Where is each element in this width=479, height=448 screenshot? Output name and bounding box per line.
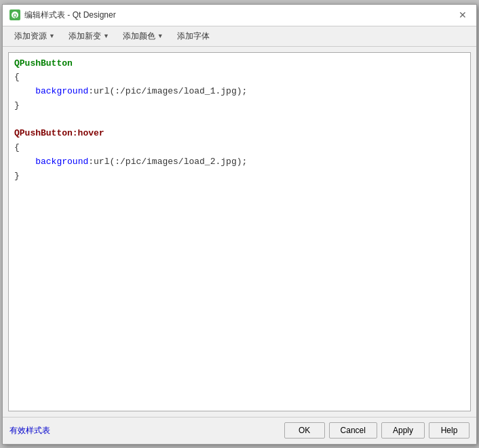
- add-color-button[interactable]: 添加颜色 ▼: [117, 28, 170, 45]
- title-bar: Q 编辑样式表 - Qt Designer ✕: [3, 5, 476, 26]
- add-gradient-arrow: ▼: [103, 33, 109, 39]
- line-8: background:url(:/pic/images/load_2.jpg);: [14, 155, 465, 169]
- add-font-button[interactable]: 添加字体: [171, 28, 216, 45]
- add-color-label: 添加颜色: [123, 30, 155, 42]
- add-resource-arrow: ▼: [49, 33, 55, 39]
- line-1: QPushButton: [14, 57, 465, 71]
- style-editor[interactable]: QPushButton { background:url(:/pic/image…: [8, 52, 471, 411]
- cancel-button[interactable]: Cancel: [329, 422, 377, 439]
- svg-text:Q: Q: [13, 12, 17, 18]
- bottom-bar: 有效样式表 OK Cancel Apply Help: [3, 417, 476, 444]
- close-button[interactable]: ✕: [456, 8, 470, 22]
- add-color-arrow: ▼: [157, 33, 164, 39]
- line-7: {: [14, 141, 465, 155]
- main-window: Q 编辑样式表 - Qt Designer ✕ 添加资源 ▼ 添加新变 ▼ 添加…: [2, 4, 477, 445]
- line-6: QPushButton:hover: [14, 127, 465, 141]
- toolbar: 添加资源 ▼ 添加新变 ▼ 添加颜色 ▼ 添加字体: [3, 26, 476, 47]
- title-bar-left: Q 编辑样式表 - Qt Designer: [9, 9, 116, 21]
- qt-icon: Q: [9, 9, 20, 20]
- line-5: [14, 113, 465, 127]
- line-9: }: [14, 169, 465, 184]
- add-font-label: 添加字体: [177, 30, 210, 42]
- add-resource-label: 添加资源: [14, 30, 47, 42]
- status-text: 有效样式表: [9, 425, 50, 436]
- button-group: OK Cancel Apply Help: [284, 422, 470, 439]
- add-gradient-label: 添加新变: [69, 30, 101, 42]
- help-button[interactable]: Help: [429, 422, 470, 439]
- line-3: background:url(:/pic/images/load_1.jpg);: [14, 85, 465, 99]
- window-title: 编辑样式表 - Qt Designer: [24, 9, 116, 21]
- line-4: }: [14, 99, 465, 113]
- add-gradient-button[interactable]: 添加新变 ▼: [62, 28, 115, 45]
- line-2: {: [14, 70, 465, 85]
- add-resource-button[interactable]: 添加资源 ▼: [8, 28, 61, 45]
- ok-button[interactable]: OK: [284, 422, 325, 439]
- apply-button[interactable]: Apply: [381, 422, 425, 439]
